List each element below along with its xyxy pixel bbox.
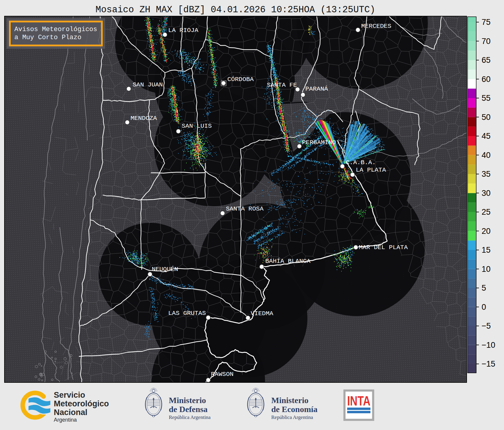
svg-text:LAS GRUTAS: LAS GRUTAS [168, 310, 206, 317]
svg-text:Ministerio: Ministerio [169, 396, 206, 405]
svg-text:40: 40 [482, 151, 491, 160]
svg-text:35: 35 [482, 170, 491, 179]
svg-text:de Defensa: de Defensa [169, 405, 208, 414]
svg-text:−5: −5 [482, 321, 491, 330]
svg-text:50: 50 [482, 113, 491, 122]
svg-text:30: 30 [482, 189, 491, 198]
svg-text:CÓRDOBA: CÓRDOBA [227, 76, 254, 83]
svg-text:20: 20 [482, 227, 491, 236]
svg-text:MERCEDES: MERCEDES [361, 23, 391, 30]
svg-text:Mosaico ZH MAX [dBZ] 04.01.202: Mosaico ZH MAX [dBZ] 04.01.2026 10:25HOA… [96, 5, 375, 15]
svg-text:Ministerio: Ministerio [271, 396, 308, 405]
svg-text:55: 55 [482, 94, 491, 103]
svg-text:25: 25 [482, 208, 491, 216]
svg-text:45: 45 [482, 132, 491, 141]
svg-text:PARANÁ: PARANÁ [305, 86, 328, 92]
svg-text:LA PLATA: LA PLATA [356, 167, 386, 173]
svg-text:−15: −15 [482, 359, 495, 368]
svg-text:SANTA ROSA: SANTA ROSA [226, 205, 264, 212]
svg-text:VIEDMA: VIEDMA [251, 310, 273, 317]
svg-text:15: 15 [482, 246, 491, 254]
svg-text:−10: −10 [482, 341, 495, 350]
svg-text:SAN LUIS: SAN LUIS [182, 123, 212, 129]
svg-text:PERGAMINO: PERGAMINO [302, 139, 336, 146]
svg-text:RAWSON: RAWSON [211, 371, 234, 378]
svg-text:65: 65 [482, 56, 491, 65]
svg-text:5: 5 [482, 283, 486, 292]
svg-text:LA RIOJA: LA RIOJA [168, 27, 198, 34]
svg-text:BAHÍA BLANCA: BAHÍA BLANCA [265, 258, 311, 265]
svg-text:Nacional: Nacional [54, 408, 88, 417]
svg-text:Meteorológico: Meteorológico [54, 399, 109, 408]
svg-text:República Argentina: República Argentina [271, 414, 313, 420]
svg-text:INTA: INTA [347, 394, 370, 408]
svg-text:SANTA FE: SANTA FE [267, 82, 297, 89]
svg-text:70: 70 [482, 37, 491, 46]
svg-text:SAN JUAN: SAN JUAN [133, 81, 163, 88]
svg-text:de Economía: de Economía [271, 405, 318, 414]
svg-text:10: 10 [482, 265, 491, 274]
svg-text:60: 60 [482, 75, 491, 84]
svg-text:MENDOZA: MENDOZA [131, 115, 157, 122]
svg-text:MAR DEL PLATA: MAR DEL PLATA [359, 244, 408, 251]
svg-text:0: 0 [482, 303, 486, 312]
svg-text:75: 75 [482, 18, 491, 27]
svg-text:a Muy Corto Plazo: a Muy Corto Plazo [14, 34, 81, 41]
svg-text:Servicio: Servicio [54, 391, 85, 399]
svg-text:NEUQUÉN: NEUQUÉN [152, 266, 178, 273]
svg-text:República Argentina: República Argentina [169, 414, 211, 420]
svg-text:C.A.B.A.: C.A.B.A. [346, 159, 376, 166]
svg-text:Avisos Meteorológicos: Avisos Meteorológicos [14, 26, 97, 33]
svg-text:Argentina: Argentina [54, 417, 77, 423]
